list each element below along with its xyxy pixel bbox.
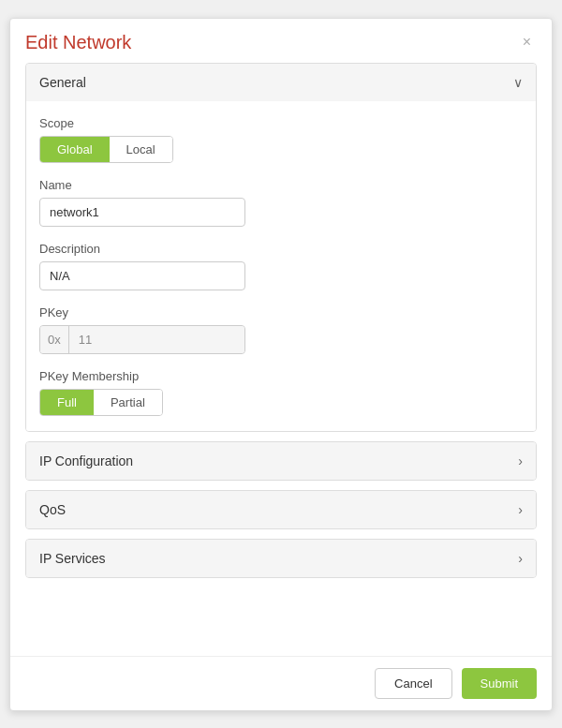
section-ip-configuration-label: IP Configuration	[39, 453, 133, 468]
section-ip-configuration: IP Configuration ›	[25, 441, 537, 481]
description-field: Description	[39, 242, 523, 290]
section-qos-header[interactable]: QoS ›	[26, 491, 536, 528]
submit-button[interactable]: Submit	[462, 668, 537, 699]
section-ip-services-label: IP Services	[39, 551, 106, 566]
pkey-prefix: 0x	[40, 326, 69, 353]
scope-label: Scope	[39, 116, 523, 130]
section-ip-services-header[interactable]: IP Services ›	[26, 540, 536, 577]
chevron-right-icon-ip-services: ›	[518, 551, 523, 566]
pkey-input-wrapper: 0x 11	[39, 325, 245, 354]
pkey-membership-partial-button[interactable]: Partial	[94, 390, 162, 415]
scope-global-button[interactable]: Global	[40, 137, 110, 162]
section-general: General ∨ Scope Global Local Name	[25, 63, 537, 432]
pkey-membership-label: PKey Membership	[39, 369, 523, 383]
section-general-header[interactable]: General ∨	[26, 64, 536, 101]
section-general-label: General	[39, 75, 86, 90]
pkey-membership-toggle-group: Full Partial	[39, 389, 163, 416]
dialog-footer: Cancel Submit	[10, 656, 552, 710]
section-ip-configuration-header[interactable]: IP Configuration ›	[26, 442, 536, 480]
section-ip-services: IP Services ›	[25, 539, 537, 578]
pkey-membership-full-button[interactable]: Full	[40, 390, 94, 415]
close-button[interactable]: ×	[517, 32, 537, 52]
section-general-content: Scope Global Local Name Description	[26, 101, 536, 431]
dialog-body: General ∨ Scope Global Local Name	[10, 63, 552, 656]
pkey-membership-field: PKey Membership Full Partial	[39, 369, 523, 416]
section-qos-label: QoS	[39, 502, 66, 517]
scope-local-button[interactable]: Local	[110, 137, 172, 162]
pkey-field: PKey 0x 11	[39, 305, 523, 354]
cancel-button[interactable]: Cancel	[375, 668, 451, 699]
name-field: Name	[39, 178, 523, 227]
name-label: Name	[39, 178, 523, 192]
chevron-right-icon-qos: ›	[518, 502, 523, 517]
section-qos: QoS ›	[25, 490, 537, 529]
dialog-title: Edit Network	[25, 32, 131, 53]
chevron-down-icon: ∨	[513, 75, 523, 90]
description-input[interactable]	[39, 261, 245, 290]
pkey-value: 11	[69, 326, 244, 353]
edit-network-dialog: Edit Network × General ∨ Scope Global Lo…	[9, 18, 553, 711]
name-input[interactable]	[39, 198, 245, 227]
scope-field: Scope Global Local	[39, 116, 523, 163]
dialog-header: Edit Network ×	[10, 19, 552, 63]
chevron-right-icon: ›	[518, 453, 523, 468]
pkey-label: PKey	[39, 305, 523, 319]
scope-toggle-group: Global Local	[39, 136, 173, 163]
description-label: Description	[39, 242, 523, 256]
